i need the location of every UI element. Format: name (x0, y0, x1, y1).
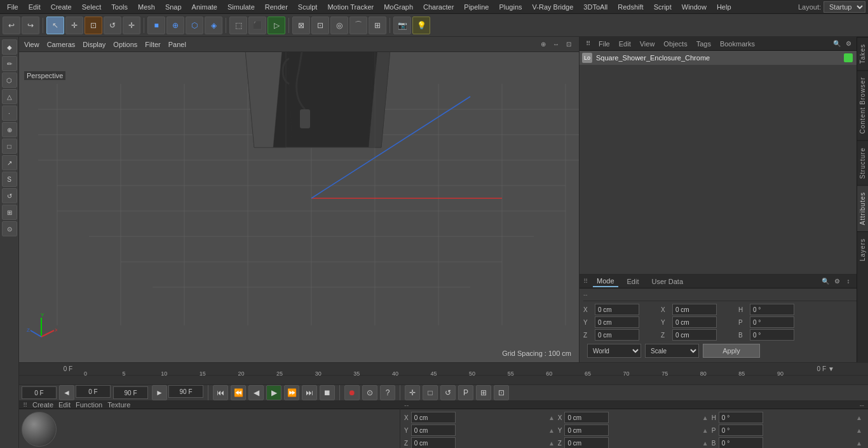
move-key-button[interactable]: ✛ (405, 385, 420, 400)
goto-end-button[interactable]: ⏭ (302, 385, 317, 400)
menu-snap[interactable]: Snap (161, 2, 186, 12)
viewport-menu-options[interactable]: Options (113, 41, 137, 48)
param-key-button[interactable]: P (458, 385, 473, 400)
coord-z-size[interactable] (672, 329, 717, 341)
play-back-button[interactable]: ◀ (248, 385, 264, 400)
play-forward-button[interactable]: ▶ (266, 385, 281, 400)
object-visibility-dot[interactable] (844, 53, 853, 62)
menu-redshift[interactable]: Redshift (613, 2, 648, 12)
viewport-menu-panel[interactable]: Panel (168, 41, 186, 48)
menu-plugins[interactable]: Plugins (494, 2, 526, 12)
attr-tab-user-data[interactable]: User Data (648, 276, 688, 287)
step-forward-button[interactable]: ⏩ (284, 385, 299, 400)
obj-mgr-settings-icon[interactable]: ⚙ (844, 39, 853, 48)
redo-button[interactable]: ↪ (22, 17, 39, 34)
menu-animate[interactable]: Animate (187, 2, 222, 12)
help-button[interactable]: ? (380, 385, 395, 400)
left-tool-poly[interactable]: ⬡ (2, 72, 17, 88)
vtab-attributes[interactable]: Attributes (857, 185, 868, 231)
auto-key-button[interactable]: ⊙ (362, 385, 377, 400)
menu-sculpt[interactable]: Sculpt (294, 2, 322, 12)
bottom-x2-input[interactable] (564, 412, 609, 423)
goto-start-button[interactable]: ⏮ (213, 385, 228, 400)
undo-button[interactable]: ↩ (3, 17, 20, 34)
bottom-b-input[interactable] (719, 437, 763, 448)
mat-tab-texture[interactable]: Texture (107, 401, 130, 409)
frame-field-arrow[interactable]: ▼ (827, 365, 835, 373)
left-tool-spline[interactable]: ✏ (2, 56, 17, 71)
bottom-y-input[interactable] (411, 424, 456, 436)
object-row[interactable]: Lo Square_Shower_Enclosure_Chrome (580, 51, 868, 65)
rotate-key-button[interactable]: □ (423, 385, 438, 400)
rotate-tool-button[interactable]: ↺ (104, 17, 121, 34)
attr-tab-edit[interactable]: Edit (623, 276, 643, 287)
record-button[interactable]: ⏺ (344, 385, 360, 400)
menu-window[interactable]: Window (677, 2, 711, 12)
left-tool-paint[interactable]: ↺ (2, 188, 17, 203)
menu-mograph[interactable]: MoGraph (379, 2, 417, 12)
vp-icon-2[interactable]: ↔ (551, 39, 561, 50)
menu-tools[interactable]: Tools (107, 2, 132, 12)
scale-tool-button[interactable]: ⊡ (85, 17, 102, 34)
mat-tab-function[interactable]: Function (76, 401, 102, 409)
menu-3dtoall[interactable]: 3DToAll (579, 2, 612, 12)
edge-mode-button[interactable]: ⊕ (166, 17, 184, 34)
model-mode-button[interactable]: ■ (147, 17, 165, 34)
vtab-content-browser[interactable]: Content Browser (857, 70, 868, 140)
bottom-x-input[interactable] (411, 412, 456, 423)
attr-sort-icon[interactable]: ↕ (844, 277, 853, 286)
select-tool-button[interactable]: ↖ (46, 17, 64, 34)
mat-tab-edit[interactable]: Edit (58, 401, 71, 409)
coord-x-pos[interactable] (595, 304, 639, 315)
left-tool-arrow[interactable]: ↗ (2, 155, 17, 170)
obj-mgr-tab-edit[interactable]: Edit (616, 39, 634, 49)
viewport-menu-cameras[interactable]: Cameras (47, 41, 76, 48)
frame-step-right[interactable]: ► (152, 385, 167, 400)
menu-pipeline[interactable]: Pipeline (459, 2, 493, 12)
current-frame-input[interactable] (76, 385, 111, 398)
bottom-y2-input[interactable] (564, 424, 609, 436)
sky-button[interactable]: ◎ (330, 17, 348, 34)
add-object-button[interactable]: ✛ (123, 17, 140, 34)
bottom-p-input[interactable] (719, 424, 763, 436)
point-key-button[interactable]: ⊞ (476, 385, 491, 400)
array-button[interactable]: ⊞ (369, 17, 386, 34)
bottom-z-input[interactable] (411, 437, 456, 448)
stop-button[interactable]: ⏹ (320, 385, 335, 400)
render-active-button[interactable]: ⬛ (248, 17, 266, 34)
menu-help[interactable]: Help (712, 2, 736, 12)
layout-select[interactable]: Startup (824, 1, 865, 13)
world-dropdown[interactable]: World (587, 344, 641, 358)
bottom-z2-input[interactable] (564, 437, 609, 448)
material-preview[interactable] (22, 412, 57, 447)
vp-icon-3[interactable]: ⊡ (564, 39, 574, 50)
coord-y-pos[interactable] (595, 316, 639, 328)
vtab-takes[interactable]: Takes (857, 37, 868, 70)
poly-mode-button[interactable]: ⬡ (186, 17, 203, 34)
viewport-menu-display[interactable]: Display (83, 41, 105, 48)
render-view-button[interactable]: ⬚ (229, 17, 247, 34)
menu-select[interactable]: Select (78, 2, 106, 12)
uvw-mode-button[interactable]: ◈ (205, 17, 222, 34)
viewport-3d[interactable]: Perspective Y X Z Grid Spacing (19, 52, 579, 362)
left-tool-model[interactable]: ◆ (2, 39, 17, 55)
attr-tab-mode[interactable]: Mode (593, 276, 618, 287)
preview-end-input[interactable] (168, 385, 203, 398)
menu-mesh[interactable]: Mesh (133, 2, 159, 12)
viewport-menu-filter[interactable]: Filter (145, 41, 160, 48)
coord-y-size[interactable] (672, 316, 717, 328)
obj-mgr-tab-file[interactable]: File (596, 39, 613, 49)
left-tool-cube[interactable]: □ (2, 139, 17, 154)
floor-button[interactable]: ⊠ (292, 17, 310, 34)
menu-character[interactable]: Character (419, 2, 458, 12)
obj-mgr-search-icon[interactable]: 🔍 (832, 39, 841, 48)
menu-motion-tracker[interactable]: Motion Tracker (323, 2, 378, 12)
viewport-menu-view[interactable]: View (24, 41, 39, 48)
left-tool-extra1[interactable]: ⊞ (2, 205, 17, 220)
coord-p-val[interactable] (750, 316, 794, 328)
coord-x-size[interactable] (672, 304, 717, 315)
obj-mgr-tab-tags[interactable]: Tags (694, 39, 714, 49)
render-button[interactable]: ▷ (268, 17, 285, 34)
end-frame-input[interactable] (113, 386, 148, 399)
vtab-layers[interactable]: Layers (857, 231, 868, 268)
